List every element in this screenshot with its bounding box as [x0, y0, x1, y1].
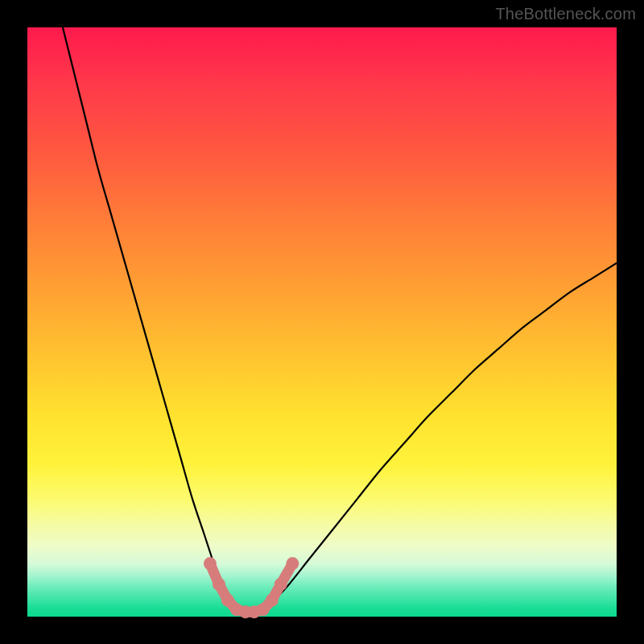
marker-dot: [213, 578, 225, 591]
chart-frame: TheBottleneck.com: [0, 0, 644, 644]
curve-line: [63, 27, 617, 611]
marker-dots-group: [204, 557, 299, 618]
bottleneck-curve-path: [63, 27, 617, 611]
plot-area: [27, 27, 617, 617]
marker-dot: [257, 603, 270, 616]
marker-dot: [275, 578, 287, 591]
marker-dot: [221, 594, 234, 607]
watermark-text: TheBottleneck.com: [495, 5, 636, 23]
curve-svg: [27, 27, 617, 617]
marker-dot: [204, 557, 217, 570]
marker-dot: [266, 594, 279, 607]
marker-dot: [286, 557, 299, 570]
